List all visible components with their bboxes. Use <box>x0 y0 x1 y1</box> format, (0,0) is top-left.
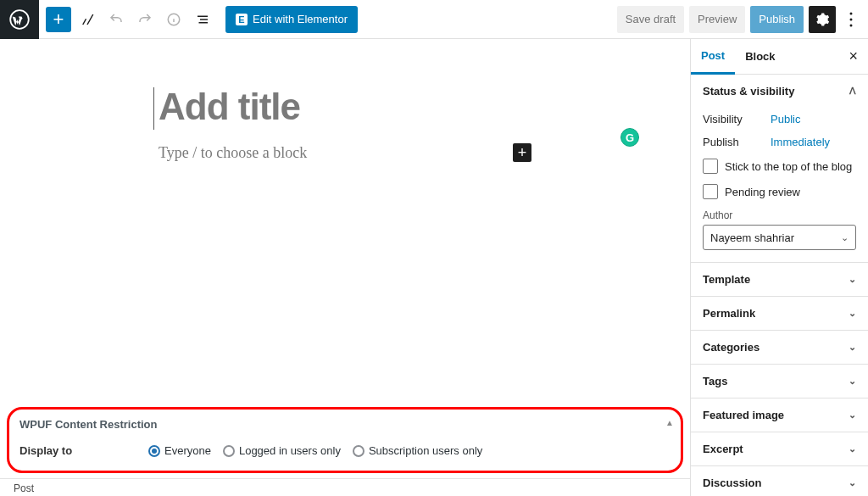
checkbox-icon[interactable] <box>703 184 718 199</box>
radio-icon <box>223 445 235 457</box>
gear-icon <box>815 12 830 27</box>
block-prompt[interactable]: Type / to choose a block <box>159 144 307 162</box>
breadcrumb[interactable]: Post <box>0 478 690 496</box>
author-value: Nayeem shahriar <box>710 231 794 244</box>
edit-mode-icon[interactable] <box>75 7 100 32</box>
post-title-input[interactable]: Add title <box>159 86 531 128</box>
checkbox-icon[interactable] <box>703 159 718 174</box>
panel-featured-image: Featured image ⌄ <box>691 398 868 432</box>
radio-icon <box>148 445 160 457</box>
chevron-down-icon: ⌄ <box>849 443 856 454</box>
title-placeholder: Add title <box>159 86 300 127</box>
tab-block[interactable]: Block <box>735 39 785 75</box>
pending-label: Pending review <box>725 186 800 198</box>
radio-label: Everyone <box>164 444 211 457</box>
chevron-down-icon: ⌄ <box>849 376 856 387</box>
panel-discussion: Discussion ⌄ <box>691 466 868 496</box>
author-select[interactable]: Nayeem shahriar ⌄ <box>703 225 856 250</box>
panel-title: Featured image <box>703 409 784 421</box>
author-label: Author <box>703 209 856 221</box>
elementor-icon: E <box>236 14 248 25</box>
svg-point-8 <box>850 18 853 20</box>
editor-canvas: Add title Type / to choose a block + G W… <box>0 39 690 496</box>
panel-head-featured[interactable]: Featured image ⌄ <box>691 398 868 432</box>
radio-label: Subscription users only <box>369 444 482 457</box>
add-block-inline-button[interactable]: + <box>513 143 531 162</box>
toolbar-left: + E Edit with Elementor <box>39 6 364 33</box>
wordpress-logo[interactable] <box>0 0 39 39</box>
text-cursor <box>153 87 154 130</box>
close-icon: × <box>849 47 858 64</box>
visibility-row: Visibility Public <box>703 108 856 131</box>
dots-vertical-icon <box>849 12 853 27</box>
elementor-edit-button[interactable]: E Edit with Elementor <box>225 6 358 33</box>
save-draft-button[interactable]: Save draft <box>617 6 684 33</box>
undo-icon[interactable] <box>103 7 129 32</box>
editor-content[interactable]: Add title Type / to choose a block + G <box>0 39 690 407</box>
panel-categories: Categories ⌄ <box>691 331 868 365</box>
toolbar-right: Save draft Preview Publish <box>617 6 868 33</box>
block-prompt-row: Type / to choose a block + <box>159 143 531 162</box>
panel-title: Template <box>703 273 750 286</box>
panel-body-status: Visibility Public Publish Immediately St… <box>691 108 868 262</box>
radio-label: Logged in users only <box>239 444 341 457</box>
panel-head-template[interactable]: Template ⌄ <box>691 263 868 296</box>
tab-post[interactable]: Post <box>691 39 735 75</box>
radio-icon <box>353 445 364 457</box>
panel-head-discussion[interactable]: Discussion ⌄ <box>691 466 868 496</box>
publish-button[interactable]: Publish <box>750 6 804 33</box>
svg-point-9 <box>850 24 853 26</box>
chevron-down-icon: ⌄ <box>849 410 856 421</box>
close-sidebar-button[interactable]: × <box>838 47 868 65</box>
add-block-button[interactable]: + <box>46 7 71 32</box>
panel-permalink: Permalink ⌄ <box>691 297 868 331</box>
wpuf-content-restriction-metabox: WPUF Content Restriction ▲ Display to Ev… <box>7 407 683 473</box>
panel-tags: Tags ⌄ <box>691 365 868 398</box>
panel-title: Status & visibility <box>703 85 794 98</box>
radio-everyone[interactable]: Everyone <box>148 444 211 457</box>
panel-excerpt: Excerpt ⌄ <box>691 432 868 466</box>
stick-label: Stick to the top of the blog <box>725 160 852 173</box>
main-area: Add title Type / to choose a block + G W… <box>0 39 868 496</box>
visibility-label: Visibility <box>703 113 771 125</box>
publish-row: Publish Immediately <box>703 131 856 153</box>
panel-status-visibility: Status & visibility ᐱ Visibility Public … <box>691 75 868 263</box>
panel-title: Categories <box>703 341 760 354</box>
preview-button[interactable]: Preview <box>689 6 745 33</box>
sidebar-tabs: Post Block × <box>691 39 868 75</box>
panel-title: Tags <box>703 375 727 387</box>
display-to-label: Display to <box>19 444 138 457</box>
chevron-up-icon: ᐱ <box>849 86 856 97</box>
stick-checkbox-row[interactable]: Stick to the top of the blog <box>703 153 856 179</box>
panel-head-permalink[interactable]: Permalink ⌄ <box>691 297 868 330</box>
redo-icon[interactable] <box>132 7 158 32</box>
info-icon[interactable] <box>161 7 186 32</box>
grammarly-icon[interactable]: G <box>620 128 639 147</box>
chevron-down-icon: ⌄ <box>849 477 856 488</box>
panel-head-categories[interactable]: Categories ⌄ <box>691 331 868 364</box>
settings-sidebar: Post Block × Status & visibility ᐱ Visib… <box>690 39 868 496</box>
editor-topbar: + E Edit with Elementor Save draft Previ… <box>0 0 868 39</box>
outline-icon[interactable] <box>190 7 215 32</box>
panel-title: Discussion <box>703 476 761 489</box>
panel-title: Excerpt <box>703 443 743 455</box>
panel-title: Permalink <box>703 307 755 320</box>
panel-head-tags[interactable]: Tags ⌄ <box>691 365 868 398</box>
radio-logged-in[interactable]: Logged in users only <box>223 444 341 457</box>
radio-subscription[interactable]: Subscription users only <box>353 444 482 457</box>
elementor-label: Edit with Elementor <box>253 13 348 25</box>
svg-point-7 <box>850 12 853 14</box>
metabox-title: WPUF Content Restriction <box>19 418 670 431</box>
visibility-value[interactable]: Public <box>771 113 800 125</box>
display-to-radio-group: Everyone Logged in users only Subscripti… <box>148 444 482 457</box>
chevron-down-icon: ⌄ <box>849 274 856 285</box>
publish-label: Publish <box>703 136 771 148</box>
publish-value[interactable]: Immediately <box>771 136 830 148</box>
panel-head-status[interactable]: Status & visibility ᐱ <box>691 75 868 108</box>
panel-head-excerpt[interactable]: Excerpt ⌄ <box>691 432 868 465</box>
settings-button[interactable] <box>809 6 836 33</box>
display-to-row: Display to Everyone Logged in users only… <box>19 444 670 457</box>
more-options-button[interactable] <box>841 6 861 33</box>
pending-checkbox-row[interactable]: Pending review <box>703 179 856 204</box>
metabox-toggle[interactable]: ▲ <box>665 418 674 427</box>
